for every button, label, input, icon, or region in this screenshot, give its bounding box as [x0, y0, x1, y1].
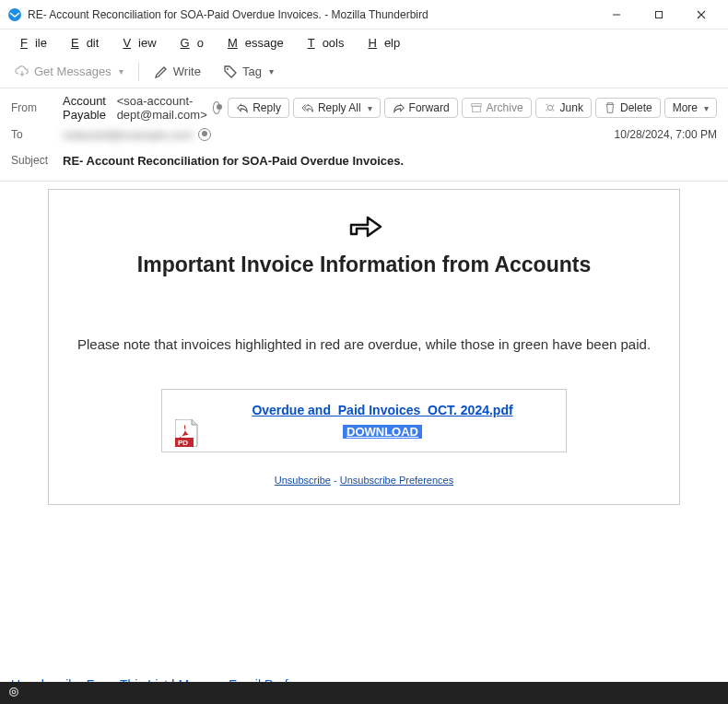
from-label: From — [11, 101, 55, 114]
get-messages-button[interactable]: Get Messages — [7, 61, 131, 83]
window-title: RE- Account Reconciliation for SOA-Paid … — [28, 8, 595, 21]
menu-edit[interactable]: Edit — [56, 32, 106, 53]
delete-button[interactable]: Delete — [595, 98, 661, 118]
contact-icon[interactable] — [198, 128, 211, 141]
svg-rect-2 — [656, 11, 663, 18]
status-bar — [0, 682, 728, 704]
close-button[interactable] — [680, 0, 722, 29]
archive-button[interactable]: Archive — [462, 98, 532, 118]
reply-button[interactable]: Reply — [228, 98, 289, 118]
menu-tools[interactable]: Tools — [293, 32, 352, 53]
from-name: Account Payable — [63, 94, 112, 122]
pdf-icon: PD — [175, 419, 199, 450]
write-button[interactable]: Write — [147, 61, 208, 83]
svg-point-5 — [227, 68, 229, 70]
reply-all-icon — [301, 101, 314, 114]
subject-label: Subject — [11, 154, 55, 167]
to-value: redacted@example.com — [63, 128, 193, 142]
svg-text:PD: PD — [178, 439, 188, 447]
email-heading: Important Invoice Information from Accou… — [75, 251, 653, 279]
pencil-icon — [154, 65, 169, 79]
menu-view[interactable]: View — [108, 32, 163, 53]
contact-icon[interactable] — [213, 101, 220, 114]
reply-icon — [236, 101, 249, 114]
write-label: Write — [173, 65, 201, 78]
subject-value: RE- Account Reconciliation for SOA-Paid … — [63, 154, 404, 168]
menu-message[interactable]: Message — [213, 32, 291, 53]
menu-bar: File Edit View Go Message Tools Help — [0, 29, 728, 55]
trash-icon — [604, 101, 616, 114]
archive-icon — [470, 101, 483, 114]
svg-point-8 — [547, 105, 552, 110]
junk-icon — [544, 101, 557, 114]
message-date: 10/28/2024, 7:00 PM — [615, 128, 717, 141]
message-body: PCrisk.com Important Invoice Information… — [0, 182, 728, 701]
activity-icon[interactable] — [7, 686, 20, 701]
menu-help[interactable]: Help — [354, 32, 408, 53]
svg-rect-7 — [472, 106, 480, 111]
unsubscribe-row: Unsubscribe - Unsubscribe Preferences — [75, 475, 653, 486]
attachment-box: PD Overdue and_Paid Invoices_OCT. 2024.p… — [161, 389, 567, 452]
tag-label: Tag — [242, 65, 262, 78]
svg-point-0 — [8, 8, 21, 21]
get-messages-label: Get Messages — [34, 65, 112, 78]
more-button[interactable]: More — [664, 98, 717, 118]
forward-icon — [393, 101, 405, 114]
separator — [138, 63, 139, 81]
maximize-button[interactable] — [638, 0, 680, 29]
unsubscribe-preferences-link[interactable]: Unsubscribe Preferences — [340, 475, 454, 486]
menu-file[interactable]: File — [6, 32, 54, 53]
email-card: Important Invoice Information from Accou… — [48, 189, 680, 505]
from-email: <soa-account-dept@mail.com> — [117, 94, 207, 122]
download-button[interactable]: DOWNLOAD — [343, 425, 422, 439]
main-toolbar: Get Messages Write Tag — [0, 55, 728, 88]
unsubscribe-link[interactable]: Unsubscribe — [275, 475, 331, 486]
thunderbird-icon — [7, 7, 22, 22]
email-paragraph: Please note that invoices highlighted in… — [75, 334, 653, 356]
download-cloud-icon — [15, 65, 29, 79]
share-icon — [344, 206, 384, 243]
reply-all-button[interactable]: Reply All — [293, 98, 381, 118]
menu-go[interactable]: Go — [166, 32, 211, 53]
tag-button[interactable]: Tag — [216, 61, 281, 83]
attachment-link[interactable]: Overdue and_Paid Invoices_OCT. 2024.pdf — [252, 403, 512, 417]
to-label: To — [11, 128, 55, 141]
forward-button[interactable]: Forward — [384, 98, 458, 118]
title-bar: RE- Account Reconciliation for SOA-Paid … — [0, 0, 728, 29]
junk-button[interactable]: Junk — [535, 98, 592, 118]
message-headers: From Account Payable <soa-account-dept@m… — [0, 88, 728, 177]
minimize-button[interactable] — [595, 0, 638, 29]
tag-icon — [223, 65, 238, 79]
svg-point-15 — [10, 687, 18, 696]
svg-point-16 — [12, 690, 16, 694]
